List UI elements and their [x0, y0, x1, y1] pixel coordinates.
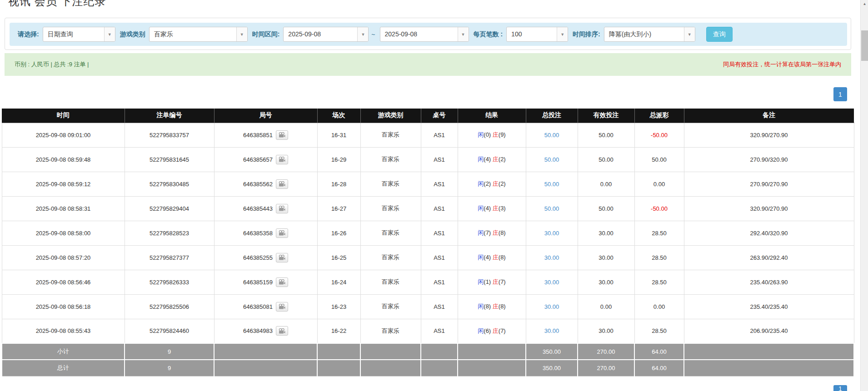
- cell-total-bet: 30.00: [526, 319, 578, 343]
- result-banker-label: 庄: [493, 131, 499, 138]
- column-header: 总派彩: [634, 109, 684, 123]
- chevron-down-icon[interactable]: ▼: [557, 27, 568, 41]
- result-banker-label: 庄: [493, 254, 499, 261]
- video-replay-button[interactable]: [276, 204, 288, 213]
- time-sort-dropdown[interactable]: 降冪(由大到小) ▼: [604, 27, 695, 42]
- cell-game-type: 百家乐: [360, 245, 421, 270]
- chevron-down-icon[interactable]: ▼: [357, 27, 368, 41]
- scrollbar-thumb[interactable]: [861, 30, 868, 61]
- video-replay-button[interactable]: [276, 326, 288, 336]
- result-banker-label: 庄: [493, 327, 499, 334]
- cell-payout: 0.00: [634, 294, 684, 319]
- time-sort-label: 时间排序:: [573, 30, 600, 39]
- video-replay-button[interactable]: [276, 253, 288, 262]
- chevron-down-icon[interactable]: ▼: [684, 27, 695, 41]
- cell-bet-id: 522795824460: [125, 319, 214, 343]
- cell-result: 闲(4) 庄(8): [458, 245, 526, 270]
- chevron-down-icon[interactable]: ▼: [236, 27, 247, 41]
- video-replay-button[interactable]: [276, 179, 288, 189]
- round-number: 646385657: [243, 156, 273, 163]
- table-row: 2025-09-08 08:57:20522795827377646385255…: [2, 245, 854, 270]
- total-bet-link[interactable]: 30.00: [544, 327, 559, 334]
- total-bet-link[interactable]: 50.00: [544, 156, 559, 163]
- video-replay-icon: [279, 181, 285, 187]
- sum-total-bet: 350.00: [526, 360, 578, 376]
- cell-session: 16-27: [317, 196, 360, 221]
- sum-session-empty: [317, 360, 360, 376]
- cell-bet-id: 522795826333: [125, 270, 214, 294]
- result-banker-score: (3): [499, 205, 506, 212]
- cell-valid-bet: 30.00: [578, 245, 634, 270]
- total-bet-link[interactable]: 50.00: [544, 181, 559, 188]
- cell-round: 646385159: [214, 270, 317, 294]
- result-player-score: (4): [484, 156, 491, 163]
- table-row: 2025-09-08 08:58:00522795828523646385358…: [2, 221, 854, 245]
- subtotal-row: 小计9350.00270.0064.00: [2, 343, 854, 360]
- result-player-score: (0): [484, 131, 491, 138]
- sum-payout: 64.00: [634, 360, 684, 376]
- date-from-picker[interactable]: 2025-09-08 ▼: [283, 27, 369, 42]
- cell-round: 646385358: [214, 221, 317, 245]
- per-page-label: 每页笔数 :: [474, 30, 503, 39]
- sum-round-empty: [214, 360, 317, 376]
- video-replay-button[interactable]: [276, 302, 288, 312]
- cell-remark: 320.90/270.90: [684, 123, 854, 147]
- chevron-down-icon[interactable]: ▼: [104, 27, 115, 41]
- video-replay-button[interactable]: [276, 130, 288, 140]
- result-player-label: 闲: [478, 278, 484, 285]
- sum-payout: 64.00: [634, 343, 684, 360]
- sum-game-empty: [360, 360, 421, 376]
- cell-remark: 263.90/292.40: [684, 245, 854, 270]
- table-row: 2025-09-08 08:55:43522795824460646384983…: [2, 319, 854, 343]
- bet-records-table: 时间注单编号局号场次游戏类别桌号结果总投注有效投注总派彩备注 2025-09-0…: [1, 109, 854, 376]
- pagination-page-1-bottom[interactable]: 1: [833, 385, 847, 391]
- video-replay-button[interactable]: [276, 228, 288, 238]
- result-player-label: 闲: [478, 180, 484, 187]
- chevron-down-icon[interactable]: ▼: [458, 27, 469, 41]
- result-banker-label: 庄: [493, 229, 499, 236]
- total-bet-link[interactable]: 50.00: [544, 205, 559, 212]
- result-player-label: 闲: [478, 229, 484, 236]
- cell-total-bet: 50.00: [526, 172, 578, 196]
- total-bet-link[interactable]: 30.00: [544, 303, 559, 310]
- sum-label: 小计: [2, 343, 125, 360]
- total-bet-link[interactable]: 30.00: [544, 230, 559, 237]
- cell-round: 646385851: [214, 123, 317, 147]
- column-header: 注单编号: [125, 109, 214, 123]
- same-round-notice: 同局有效投注，统一计算在该局第一张注单内: [723, 60, 841, 69]
- video-replay-button[interactable]: [276, 277, 288, 287]
- sum-valid-bet: 270.00: [578, 360, 634, 376]
- cell-table-no: AS1: [421, 245, 458, 270]
- column-header: 总投注: [526, 109, 578, 123]
- cell-session: 16-26: [317, 221, 360, 245]
- total-bet-link[interactable]: 30.00: [544, 254, 559, 261]
- cell-remark: 206.90/235.40: [684, 319, 854, 343]
- total-bet-link[interactable]: 50.00: [544, 132, 559, 139]
- cell-remark: 235.40/263.90: [684, 270, 854, 294]
- table-row: 2025-09-08 08:59:12522795830485646385562…: [2, 172, 854, 196]
- per-page-dropdown[interactable]: 100 ▼: [506, 27, 568, 42]
- date-to-picker[interactable]: 2025-09-08 ▼: [380, 27, 469, 42]
- vertical-scrollbar[interactable]: ▲: [860, 0, 868, 391]
- round-number: 646385159: [243, 279, 273, 286]
- game-type-dropdown[interactable]: 百家乐 ▼: [149, 27, 248, 42]
- result-player-score: (4): [484, 205, 491, 212]
- cell-time: 2025-09-08 09:01:00: [2, 123, 125, 147]
- cell-session: 16-25: [317, 245, 360, 270]
- cell-bet-id: 522795831645: [125, 147, 214, 172]
- cell-time: 2025-09-08 08:57:20: [2, 245, 125, 270]
- cell-table-no: AS1: [421, 319, 458, 343]
- query-type-dropdown[interactable]: 日期查询 ▼: [43, 27, 115, 42]
- scroll-up-arrow-icon[interactable]: ▲: [861, 0, 868, 8]
- query-button[interactable]: 查询: [706, 27, 733, 42]
- pagination-page-1-top[interactable]: 1: [833, 87, 847, 101]
- cell-valid-bet: 30.00: [578, 221, 634, 245]
- cell-valid-bet: 0.00: [578, 172, 634, 196]
- per-page-value: 100: [507, 27, 557, 41]
- result-player-label: 闲: [478, 131, 484, 138]
- video-replay-button[interactable]: [276, 155, 288, 164]
- total-bet-link[interactable]: 30.00: [544, 279, 559, 286]
- round-number: 646385255: [243, 254, 273, 261]
- video-replay-icon: [279, 255, 285, 260]
- cell-payout: 0.00: [634, 172, 684, 196]
